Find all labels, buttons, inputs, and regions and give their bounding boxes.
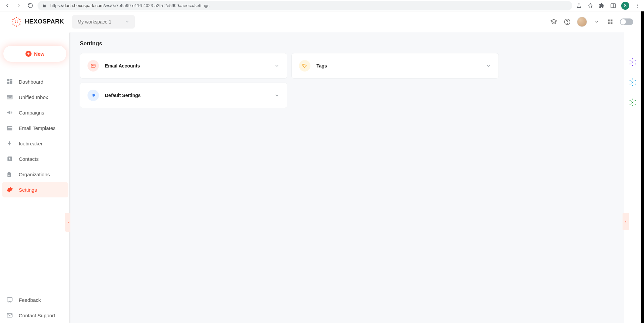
app-logo[interactable]: HEXOSPARK — [11, 16, 64, 28]
share-icon[interactable] — [576, 2, 582, 9]
browser-reload-button[interactable] — [26, 2, 34, 10]
sidebar-item-organizations[interactable]: Organizations — [2, 167, 68, 182]
svg-point-40 — [632, 65, 633, 66]
svg-point-2 — [637, 4, 638, 4]
sidebar-item-dashboard[interactable]: Dashboard — [2, 74, 68, 89]
kebab-icon[interactable] — [634, 2, 641, 9]
card-tags[interactable]: Tags — [291, 53, 499, 79]
svg-rect-26 — [611, 22, 612, 24]
svg-point-68 — [631, 101, 632, 102]
gear-icon — [6, 186, 13, 193]
gear-icon — [87, 90, 99, 101]
sidebar-item-label: Icebreaker — [19, 141, 43, 146]
svg-point-6 — [16, 26, 17, 27]
svg-point-55 — [635, 84, 636, 85]
organization-icon — [6, 171, 13, 178]
star-icon[interactable] — [587, 2, 594, 9]
svg-point-4 — [637, 7, 638, 7]
svg-point-43 — [630, 63, 631, 64]
svg-point-59 — [631, 83, 632, 84]
right-rail — [624, 32, 641, 323]
svg-point-51 — [632, 85, 633, 86]
browser-chrome: https://dash.hexospark.com/ws/0e7e5a99-e… — [0, 0, 644, 11]
sidebar-item-settings[interactable]: Settings — [2, 182, 68, 197]
megaphone-icon — [6, 109, 13, 116]
browser-back-button[interactable] — [3, 2, 11, 10]
new-button-label: New — [34, 51, 45, 57]
feedback-icon — [6, 296, 13, 304]
app-header: HEXOSPARK My workspace 1 — [0, 11, 641, 32]
sidebar-bottom: Feedback Contact Support — [0, 285, 70, 323]
workspace-selector[interactable]: My workspace 1 — [72, 15, 135, 29]
sidebar-item-campaigns[interactable]: Campaigns — [2, 105, 68, 120]
svg-rect-0 — [611, 4, 616, 8]
sidebar-item-label: Settings — [19, 187, 37, 193]
svg-rect-25 — [608, 22, 609, 24]
svg-rect-28 — [10, 79, 12, 81]
plus-icon: + — [25, 51, 32, 57]
user-avatar[interactable] — [577, 17, 587, 27]
puzzle-icon[interactable] — [598, 2, 605, 9]
svg-point-53 — [635, 80, 636, 81]
sidebar-item-support[interactable]: Contact Support — [2, 308, 68, 323]
svg-point-42 — [635, 60, 636, 61]
workspace-label: My workspace 1 — [77, 19, 111, 25]
sidebar: + New Dashboard Unified Inbox — [0, 32, 70, 323]
svg-point-60 — [634, 83, 634, 84]
svg-point-8 — [19, 19, 20, 20]
svg-point-47 — [634, 61, 634, 61]
sidebar-item-feedback[interactable]: Feedback — [2, 292, 68, 308]
svg-point-22 — [567, 23, 567, 23]
svg-point-57 — [631, 81, 632, 82]
browser-url-bar[interactable]: https://dash.hexospark.com/ws/0e7e5a99-e… — [38, 1, 572, 10]
svg-point-67 — [632, 102, 633, 103]
sidebar-item-label: Feedback — [19, 297, 41, 303]
academy-icon[interactable] — [550, 18, 558, 26]
mail-icon — [87, 60, 99, 72]
chevron-down-icon — [274, 93, 280, 98]
sidebar-item-templates[interactable]: Email Templates — [2, 120, 68, 136]
lock-icon — [42, 3, 47, 8]
help-icon[interactable] — [564, 18, 571, 26]
browser-right-actions: S — [576, 2, 641, 10]
svg-point-41 — [630, 60, 631, 61]
rail-app-green-icon[interactable] — [628, 97, 638, 107]
svg-rect-24 — [611, 19, 612, 21]
apps-grid-icon[interactable] — [606, 18, 614, 26]
page-title: Settings — [80, 40, 614, 47]
panel-icon[interactable] — [610, 2, 617, 9]
svg-point-54 — [630, 84, 631, 85]
chevron-down-icon — [274, 63, 280, 68]
svg-point-63 — [630, 100, 631, 101]
svg-point-17 — [15, 20, 16, 21]
app-root: HEXOSPARK My workspace 1 — [0, 11, 644, 323]
svg-point-52 — [630, 80, 631, 81]
card-title: Tags — [316, 63, 327, 68]
card-default-settings[interactable]: Default Settings — [80, 83, 287, 108]
avatar-chevron-icon[interactable] — [593, 18, 600, 26]
svg-point-70 — [631, 103, 632, 104]
sidebar-item-contacts[interactable]: Contacts — [2, 151, 68, 167]
svg-point-64 — [635, 100, 636, 101]
svg-point-69 — [634, 101, 634, 102]
card-title: Email Accounts — [105, 63, 140, 68]
sidebar-item-inbox[interactable]: Unified Inbox — [2, 89, 68, 105]
browser-forward-button[interactable] — [15, 2, 23, 10]
svg-rect-23 — [608, 19, 609, 21]
card-email-accounts[interactable]: Email Accounts — [80, 53, 287, 79]
header-right — [550, 17, 633, 27]
svg-point-65 — [630, 104, 631, 105]
svg-point-12 — [18, 18, 18, 18]
svg-point-15 — [12, 21, 13, 22]
theme-toggle[interactable] — [620, 18, 633, 25]
icebreaker-icon — [6, 140, 13, 147]
rail-app-blue-icon[interactable] — [628, 77, 638, 87]
rail-app-purple-icon[interactable] — [628, 57, 638, 67]
new-button[interactable]: + New — [3, 46, 66, 62]
sidebar-item-icebreaker[interactable]: Icebreaker — [2, 136, 68, 151]
svg-point-45 — [632, 62, 633, 63]
browser-profile-avatar[interactable]: S — [621, 2, 629, 10]
right-rail-expand-handle[interactable] — [623, 213, 629, 230]
svg-point-10 — [19, 24, 20, 25]
chevron-down-icon — [486, 63, 491, 68]
